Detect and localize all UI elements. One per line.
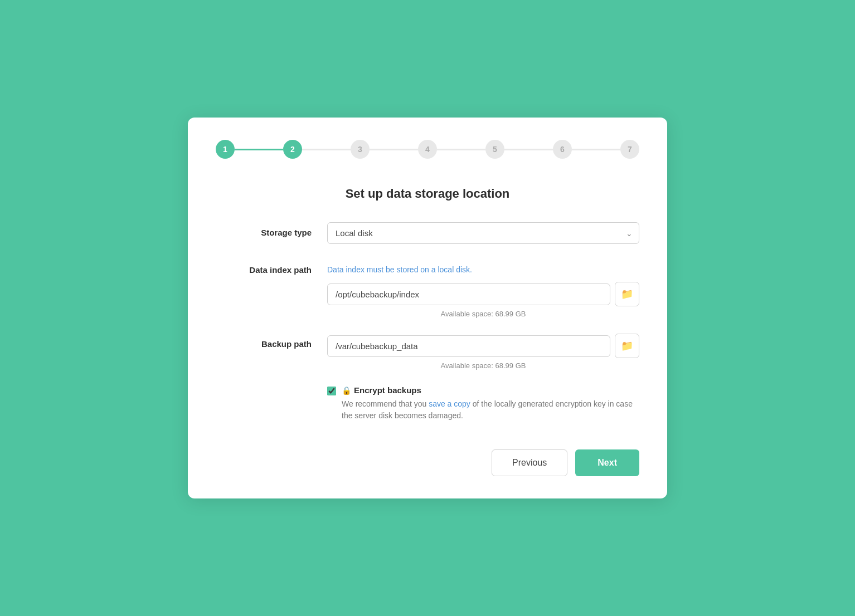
encrypt-content: 🔒 Encrypt backups We recommend that you …: [342, 385, 639, 422]
encrypt-checkbox-wrap: [327, 387, 336, 395]
step-line-5: [504, 149, 553, 150]
data-index-path-row: 📁: [327, 282, 639, 306]
encrypt-title: 🔒 Encrypt backups: [342, 385, 639, 395]
step-circle-5: 5: [485, 140, 504, 159]
step-circle-2: 2: [283, 140, 302, 159]
footer-buttons: Previous Next: [216, 449, 639, 476]
step-line-2: [302, 149, 351, 150]
previous-button[interactable]: Previous: [492, 449, 567, 476]
step-line-4: [437, 149, 485, 150]
encrypt-checkbox[interactable]: [327, 387, 336, 395]
setup-dialog: 1 2 3 4 5 6 7 Set up data storage locati…: [188, 118, 667, 498]
data-index-content: Data index must be stored on a local dis…: [327, 260, 639, 318]
backup-path-input-row: 📁: [327, 334, 639, 358]
data-index-info: Data index must be stored on a local dis…: [327, 265, 639, 274]
step-line-6: [572, 149, 620, 150]
page-title: Set up data storage location: [216, 187, 639, 201]
data-index-input[interactable]: [327, 283, 610, 305]
save-copy-link[interactable]: save a copy: [429, 399, 470, 408]
step-item-5: 5: [485, 140, 504, 159]
backup-path-folder-button[interactable]: 📁: [615, 334, 639, 358]
step-item-7: 7: [620, 140, 639, 159]
data-index-row: Data index path Data index must be store…: [216, 260, 639, 318]
step-item-1: 1: [216, 140, 235, 159]
step-item-3: 3: [351, 140, 370, 159]
storage-type-content: Local disk Amazon S3 Google Cloud Storag…: [327, 222, 639, 244]
lock-icon: 🔒: [342, 386, 351, 395]
step-circle-1: 1: [216, 140, 235, 159]
encrypt-desc-before: We recommend that you: [342, 399, 429, 408]
encrypt-description: We recommend that you save a copy of the…: [342, 398, 639, 422]
storage-type-label: Storage type: [216, 222, 327, 237]
backup-path-available-space: Available space: 68.99 GB: [327, 361, 639, 370]
storage-type-select-wrapper: Local disk Amazon S3 Google Cloud Storag…: [327, 222, 639, 244]
step-circle-4: 4: [418, 140, 437, 159]
backup-path-row: Backup path 📁 Available space: 68.99 GB: [216, 334, 639, 370]
folder-icon: 📁: [621, 288, 633, 300]
encrypt-section: 🔒 Encrypt backups We recommend that you …: [327, 385, 639, 422]
storage-type-row: Storage type Local disk Amazon S3 Google…: [216, 222, 639, 244]
step-item-4: 4: [418, 140, 437, 159]
backup-path-content: 📁 Available space: 68.99 GB: [327, 334, 639, 370]
step-line-1: [235, 149, 283, 150]
stepper: 1 2 3 4 5 6 7: [216, 140, 639, 159]
step-circle-3: 3: [351, 140, 370, 159]
folder-icon: 📁: [621, 340, 633, 352]
step-circle-6: 6: [553, 140, 572, 159]
encrypt-label: Encrypt backups: [354, 385, 421, 395]
backup-path-label: Backup path: [216, 334, 327, 349]
step-line-3: [370, 149, 418, 150]
step-item-6: 6: [553, 140, 572, 159]
storage-type-select[interactable]: Local disk Amazon S3 Google Cloud Storag…: [327, 222, 639, 244]
step-circle-7: 7: [620, 140, 639, 159]
backup-path-input[interactable]: [327, 335, 610, 357]
next-button[interactable]: Next: [575, 449, 639, 476]
step-item-2: 2: [283, 140, 302, 159]
data-index-available-space: Available space: 68.99 GB: [327, 310, 639, 318]
data-index-folder-button[interactable]: 📁: [615, 282, 639, 306]
data-index-label: Data index path: [216, 260, 327, 275]
